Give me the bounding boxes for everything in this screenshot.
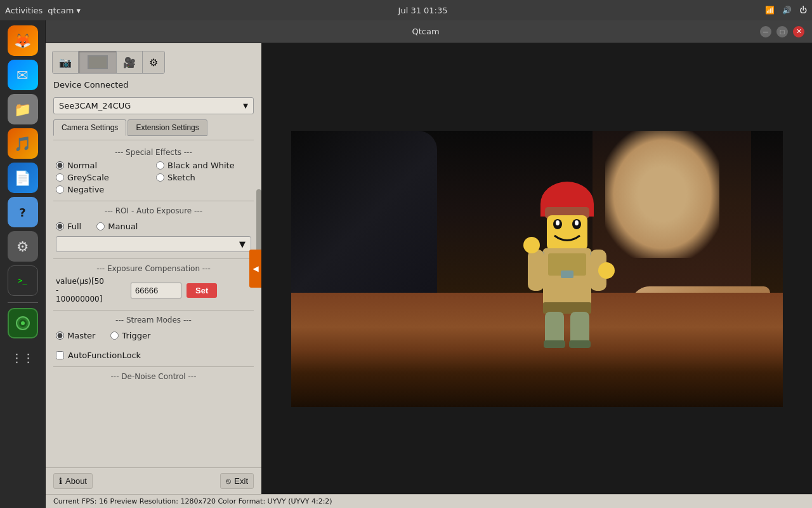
video-area [261,43,812,494]
svg-rect-6 [547,215,587,250]
radio-manual[interactable]: Manual [96,222,138,231]
auto-function-row: AutoFunctionLock [46,348,261,365]
effects-divider [53,201,254,201]
roi-divider [53,258,254,259]
app-indicator[interactable]: qtcam ▾ [48,6,81,15]
dock-writer[interactable]: 📄 [8,163,38,193]
power-icon[interactable]: ⏻ [799,6,807,15]
exposure-divider [53,310,254,311]
about-button[interactable]: ℹ About [53,473,93,489]
topbar: Activities qtcam ▾ Jul 31 01:35 📶 🔊 ⏻ [0,0,812,20]
window-titlebar: Qtcam ─ □ ✕ [46,20,812,43]
dock-grid[interactable]: ⋮⋮ [8,342,38,373]
tab-row: Camera Settings Extension Settings [46,119,261,136]
preview-button[interactable] [79,51,117,73]
topbar-right: 📶 🔊 ⏻ [765,6,807,15]
settings-scroll[interactable]: --- Special Effects --- Normal Black and… [46,142,261,467]
set-button[interactable]: Set [187,283,217,298]
device-status: Device Connected [46,79,261,95]
dock-files[interactable]: 📁 [8,94,38,124]
stream-modes-header: --- Stream Modes --- [46,312,261,327]
special-effects-grid: Normal Black and White GreyScale Sk [46,159,261,199]
exposure-section: value(µs)[50 - 100000000] Set [46,276,261,309]
camera-dropdown-arrow: ▼ [243,102,248,109]
auto-function-label: AutoFunctionLock [68,351,141,360]
app-toolbar: 📷 🎥 ⚙ [46,43,261,79]
exposure-input[interactable] [131,283,181,298]
radio-normal[interactable]: Normal [56,161,151,170]
window-controls: ─ □ ✕ [760,26,804,37]
minimize-button[interactable]: ─ [760,26,771,37]
sidebar-bottom: ℹ About ⎋ Exit [46,467,261,494]
denoise-header: --- De-Noise Control --- [46,368,261,384]
radio-negative[interactable]: Negative [56,185,251,194]
exposure-row: value(µs)[50 - 100000000] Set [56,277,251,304]
main-layout: 🦊 ✉ 📁 🎵 📄 ? ⚙ >_ ⋮⋮ Qtcam ─ □ ✕ [0,20,812,508]
exposure-label: value(µs)[50 - 100000000] [56,277,126,304]
svg-point-10 [575,220,579,225]
video-button[interactable]: 🎥 [117,51,143,73]
roi-radio-row: Full Manual [56,219,251,234]
stream-section: Master Trigger [46,327,261,348]
status-bar: Current FPS: 16 Preview Resolution: 1280… [46,494,812,508]
camera-name: See3CAM_24CUG [59,101,131,110]
dock-thunderbird[interactable]: ✉ [8,60,38,90]
radio-trigger[interactable]: Trigger [110,331,150,340]
svg-point-18 [523,237,540,253]
activities-label[interactable]: Activities [5,6,43,15]
about-icon: ℹ [59,476,62,486]
lego-figure [516,172,618,350]
dock-settings[interactable]: ⚙ [8,231,38,262]
tab-camera-settings[interactable]: Camera Settings [53,119,126,136]
dock-help[interactable]: ? [8,197,38,227]
svg-rect-16 [528,250,544,291]
window-title: Qtcam [91,27,760,36]
sidebar-panel: 📷 🎥 ⚙ Device Connected See3CAM_24CUG ▼ [46,43,261,494]
auto-divider [53,366,254,367]
svg-point-9 [556,220,560,225]
special-effects-header: --- Special Effects --- [46,144,261,159]
topbar-datetime: Jul 31 01:35 [398,6,448,15]
roi-section: Full Manual ▼ [46,218,261,257]
svg-point-19 [598,262,615,279]
video-feed [291,131,783,407]
window-area: Qtcam ─ □ ✕ 📷 🎥 ⚙ [46,20,812,508]
exposure-header: --- Exposure Compensation --- [46,260,261,276]
dock-terminal[interactable]: >_ [8,265,38,296]
maximize-button[interactable]: □ [776,26,788,37]
dock-firefox[interactable]: 🦊 [8,25,38,56]
tab-divider [53,140,254,140]
wifi-icon: 📶 [765,6,775,15]
toolbar-group: 📷 🎥 ⚙ [52,51,165,74]
roi-header: --- ROI - Auto Exposure --- [46,203,261,218]
collapse-toggle[interactable]: ◀ [249,250,261,288]
denoise-section [46,384,261,390]
dock-rhythmbox[interactable]: 🎵 [8,128,38,159]
camera-select[interactable]: See3CAM_24CUG ▼ [53,97,254,114]
settings-button[interactable]: ⚙ [143,51,164,73]
radio-sketch[interactable]: Sketch [156,173,251,182]
dock-qtcam[interactable] [8,308,38,338]
radio-greyscale[interactable]: GreyScale [56,173,151,182]
tab-extension-settings[interactable]: Extension Settings [128,119,207,136]
svg-point-2 [21,321,25,325]
photo-button[interactable]: 📷 [53,51,79,73]
bg-face [605,131,719,258]
camera-select-row: See3CAM_24CUG ▼ [46,95,261,119]
svg-rect-22 [544,340,565,348]
dock-divider [8,302,38,303]
exit-button[interactable]: ⎋ Exit [220,473,254,489]
radio-black-white[interactable]: Black and White [156,161,251,170]
left-dock: 🦊 ✉ 📁 🎵 📄 ? ⚙ >_ ⋮⋮ [0,20,46,508]
stream-radio-row: Master Trigger [56,328,251,343]
radio-master[interactable]: Master [56,331,95,340]
radio-full[interactable]: Full [56,222,81,231]
close-button[interactable]: ✕ [793,26,804,37]
app-content: 📷 🎥 ⚙ Device Connected See3CAM_24CUG ▼ [46,43,812,494]
volume-icon: 🔊 [782,6,792,15]
topbar-left: Activities qtcam ▾ [5,6,81,15]
roi-dropdown[interactable]: ▼ [56,236,251,252]
auto-function-checkbox[interactable] [56,351,64,359]
status-text: Current FPS: 16 Preview Resolution: 1280… [53,497,332,505]
exit-icon: ⎋ [226,476,231,486]
